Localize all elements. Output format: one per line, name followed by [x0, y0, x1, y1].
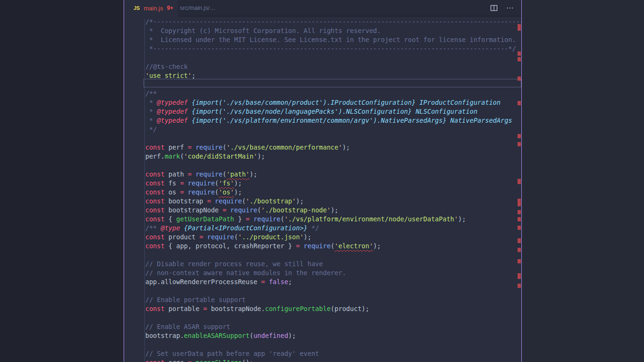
code-token: const [145, 233, 165, 241]
code-line[interactable]: * @typedef {import('./vs/platform/enviro… [145, 116, 521, 125]
code-line[interactable]: perf.mark('code/didStartMain'); [145, 152, 521, 161]
code-token: /*--------------------------------------… [145, 18, 521, 25]
code-token: // Disable render process reuse, we stil… [145, 260, 323, 268]
code-line[interactable] [145, 313, 521, 322]
code-line[interactable]: // Set userData path before app 'ready' … [145, 349, 521, 358]
code-token: require [195, 170, 222, 178]
javascript-language-icon: JS [134, 5, 140, 11]
code-token: = [261, 278, 265, 286]
code-token: /** [145, 224, 161, 232]
code-line[interactable]: * Copyright (c) Microsoft Corporation. A… [145, 26, 521, 35]
code-line[interactable] [145, 134, 521, 143]
error-ruler-mark [518, 217, 521, 221]
code-line[interactable]: /** @type {Partial<IProductConfiguration… [145, 224, 521, 233]
overview-ruler[interactable] [516, 17, 521, 362]
code-token: ); [342, 143, 350, 151]
code-token: // Enable ASAR support [145, 323, 230, 330]
code-line[interactable]: const { getUserDataPath } = require('./v… [145, 215, 521, 224]
indent-guide [144, 19, 145, 362]
code-token: ' [292, 197, 296, 205]
code-line[interactable] [145, 80, 521, 89]
code-line[interactable]: const args = parseCLIArgs(); [145, 358, 521, 362]
code-line[interactable] [145, 340, 521, 349]
code-token [184, 179, 188, 187]
split-editor-button[interactable] [489, 3, 499, 13]
code-line[interactable]: const product = require('../product.json… [145, 233, 521, 242]
code-line[interactable]: // Disable render process reuse, we stil… [145, 260, 521, 269]
code-token: ' [454, 215, 458, 223]
code-token: bootstrap [165, 197, 207, 205]
code-token: ); [331, 206, 338, 214]
code-token: const [145, 197, 165, 205]
code-line[interactable]: bootstrap.enableASARSupport(undefined); [145, 331, 521, 340]
code-token [188, 108, 192, 115]
code-token: require [188, 179, 215, 187]
code-token: ' [226, 170, 230, 178]
code-token: = [188, 359, 192, 362]
code-line[interactable] [145, 251, 521, 260]
code-line[interactable]: */ [145, 125, 521, 134]
code-token: ' [226, 143, 230, 151]
code-line[interactable]: // Enable portable support [145, 295, 521, 304]
code-token: { [165, 215, 176, 223]
code-token: fs [165, 179, 180, 187]
code-line[interactable]: const bootstrap = require('./bootstrap')… [145, 197, 521, 206]
code-token: ); [296, 197, 303, 205]
code-line[interactable]: const os = require('os'); [145, 188, 521, 197]
code-line[interactable]: const portable = bootstrapNode.configure… [145, 304, 521, 313]
code-token: ' [300, 233, 303, 241]
tab-title: main.js [143, 5, 163, 12]
code-token: ( [257, 206, 261, 214]
code-line[interactable]: // non-context aware native modules in t… [145, 269, 521, 278]
code-token: ../product.json [242, 233, 300, 241]
code-line[interactable]: 'use strict'; [145, 71, 521, 80]
error-ruler-mark [518, 24, 521, 31]
code-token: ./bootstrap-node [265, 206, 327, 214]
editor-group: JS main.js 9+ src/main.js/… ⋯ / [124, 0, 522, 362]
more-actions-button[interactable]: ⋯ [505, 3, 515, 13]
workbench: JS main.js 9+ src/main.js/… ⋯ / [0, 0, 644, 362]
problems-count-badge: 9+ [167, 5, 174, 11]
ellipsis-icon: ⋯ [506, 4, 514, 12]
code-token: ' [261, 206, 265, 214]
code-token [265, 278, 269, 286]
code-line[interactable]: const { app, protocol, crashReporter } =… [145, 242, 521, 251]
code-line[interactable] [145, 286, 521, 295]
code-token: @typedef [157, 117, 188, 124]
code-token: ' [238, 233, 242, 241]
code-line[interactable]: const fs = require('fs'); [145, 179, 521, 188]
code-line[interactable] [145, 53, 521, 62]
code-token: path [230, 170, 246, 178]
tab-main-js[interactable]: JS main.js 9+ [124, 0, 178, 17]
code-line[interactable] [145, 161, 521, 170]
code-token: ' [327, 206, 331, 214]
code-line[interactable]: const path = require('path'); [145, 170, 521, 179]
code-token: ' [188, 72, 192, 79]
code-line[interactable]: * @typedef {import('./vs/base/node/langu… [145, 107, 521, 116]
code-line[interactable]: const perf = require('./vs/base/common/p… [145, 143, 521, 152]
code-line[interactable]: const bootstrapNode = require('./bootstr… [145, 206, 521, 215]
code-line[interactable]: /** [145, 89, 521, 98]
code-token: portable [165, 305, 203, 312]
code-token: perf. [145, 152, 165, 160]
code-line[interactable]: * Licensed under the MIT License. See Li… [145, 35, 521, 44]
code-line[interactable]: app.allowRendererProcessReuse = false; [145, 278, 521, 286]
code-token: = [188, 170, 192, 178]
code-line[interactable]: // Enable ASAR support [145, 322, 521, 331]
code-line[interactable]: *---------------------------------------… [145, 44, 521, 53]
code-line[interactable]: /*--------------------------------------… [145, 17, 521, 26]
code-token: ( [250, 332, 253, 339]
code-token: ./vs/platform/environment/node/userDataP… [288, 215, 454, 223]
code-token [188, 117, 192, 124]
code-line[interactable]: * @typedef {import('./vs/base/common/pro… [145, 98, 521, 107]
error-ruler-mark [518, 248, 521, 252]
error-ruler-mark [518, 259, 521, 263]
code-token: = [246, 215, 250, 223]
code-token: ( [215, 188, 218, 196]
code-token: const [145, 143, 165, 151]
code-token: = [203, 305, 207, 312]
code-line[interactable]: //@ts-check [145, 62, 521, 71]
error-ruler-mark [518, 101, 521, 105]
code-token: ' [246, 197, 250, 205]
code-editor[interactable]: /*--------------------------------------… [124, 17, 521, 362]
